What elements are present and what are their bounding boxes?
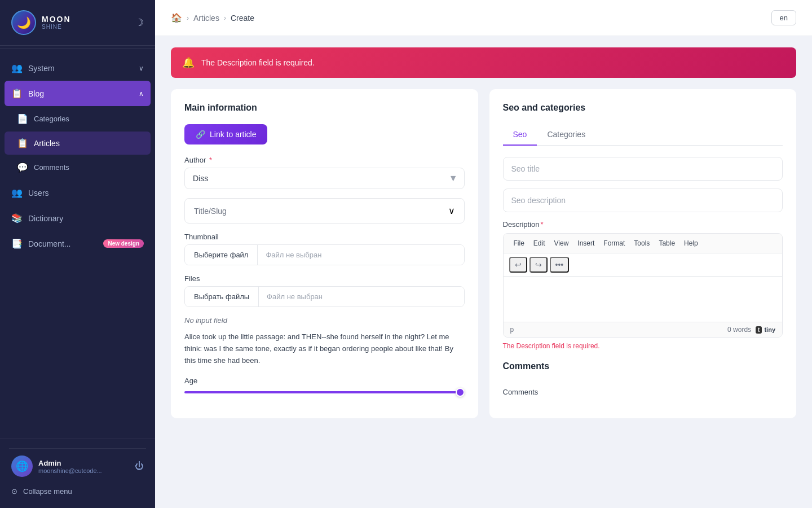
files-file-name: Файл не выбран bbox=[259, 287, 464, 306]
system-chevron: ∨ bbox=[139, 64, 144, 72]
link-to-article-button[interactable]: 🔗 Link to article bbox=[184, 124, 267, 144]
menu-table[interactable]: Table bbox=[654, 237, 679, 249]
alert-icon: 🔔 bbox=[182, 56, 195, 69]
avatar: 🌐 bbox=[11, 456, 33, 477]
logo-name: MOON bbox=[42, 15, 71, 24]
sidebar-item-label: Blog bbox=[28, 89, 44, 98]
sidebar: 🌙 MOON SHINE ☽ 👥 System ∨ 📋 Blog ∧ 📄 Cat… bbox=[0, 0, 155, 508]
menu-tools[interactable]: Tools bbox=[629, 237, 654, 249]
sidebar-item-documents[interactable]: 📑 Document... New design bbox=[0, 231, 155, 256]
seo-tabs: Seo Categories bbox=[503, 124, 783, 146]
sidebar-item-label: Users bbox=[28, 189, 49, 198]
desc-error-text: The Description field is required. bbox=[503, 342, 783, 350]
alert-banner: 🔔 The Description field is required. bbox=[171, 47, 796, 78]
title-slug-label: Title/Slug bbox=[194, 207, 227, 216]
sidebar-nav: 👥 System ∨ 📋 Blog ∧ 📄 Categories 📋 Artic… bbox=[0, 51, 155, 439]
editor-body[interactable] bbox=[504, 277, 783, 322]
tab-seo[interactable]: Seo bbox=[503, 124, 537, 146]
sidebar-item-system[interactable]: 👥 System ∨ bbox=[0, 55, 155, 81]
system-icon: 👥 bbox=[11, 63, 21, 73]
more-button[interactable]: ••• bbox=[550, 257, 570, 273]
description-label: Description * bbox=[503, 220, 783, 229]
user-name: Admin bbox=[38, 459, 129, 467]
redo-button[interactable]: ↪ bbox=[529, 257, 548, 273]
main-content: 🏠 › Articles › Create en 🔔 The Descripti… bbox=[155, 0, 812, 508]
files-label: Files bbox=[184, 274, 465, 283]
dictionary-icon: 📚 bbox=[11, 213, 21, 224]
comments-icon: 💬 bbox=[17, 162, 27, 173]
tab-categories[interactable]: Categories bbox=[537, 124, 595, 146]
sidebar-item-categories[interactable]: 📄 Categories bbox=[0, 106, 155, 132]
breadcrumb: 🏠 › Articles › Create bbox=[171, 12, 254, 23]
rich-text-editor: File Edit View Insert Format Tools Table… bbox=[503, 233, 783, 338]
main-info-panel: Main information 🔗 Link to article Autho… bbox=[171, 89, 478, 418]
sidebar-item-comments[interactable]: 💬 Comments bbox=[0, 155, 155, 180]
menu-file[interactable]: File bbox=[509, 237, 529, 249]
user-details: Admin moonshine@cutcode... bbox=[38, 459, 129, 474]
files-group: Files Выбрать файлы Файл не выбран bbox=[184, 274, 465, 307]
editor-footer: p 0 words t tiny bbox=[504, 322, 783, 337]
title-slug-chevron: ∨ bbox=[448, 205, 455, 216]
sidebar-item-label: Dictionary bbox=[28, 214, 63, 223]
logo-sub: SHINE bbox=[42, 24, 71, 30]
author-select-wrapper: Diss ▼ bbox=[184, 168, 465, 189]
menu-edit[interactable]: Edit bbox=[529, 237, 550, 249]
sidebar-divider-top bbox=[0, 48, 155, 49]
seo-description-input[interactable] bbox=[503, 189, 783, 212]
new-design-badge: New design bbox=[103, 239, 144, 248]
comments-section: Comments Comments bbox=[503, 361, 783, 396]
logout-button[interactable]: ⏻ bbox=[135, 461, 144, 471]
sidebar-item-articles[interactable]: 📋 Articles bbox=[5, 132, 151, 155]
sidebar-item-label: Categories bbox=[34, 115, 69, 123]
link-btn-label: Link to article bbox=[210, 130, 256, 139]
files-file-btn[interactable]: Выбрать файлы bbox=[185, 287, 259, 306]
blog-icon: 📋 bbox=[11, 88, 21, 99]
logo-area: 🌙 MOON SHINE ☽ bbox=[0, 0, 155, 46]
user-info: 🌐 Admin moonshine@cutcode... ⏻ bbox=[9, 451, 146, 481]
comments-divider bbox=[503, 379, 783, 380]
comments-title: Comments bbox=[503, 361, 783, 371]
categories-icon: 📄 bbox=[17, 113, 27, 124]
menu-insert[interactable]: Insert bbox=[573, 237, 599, 249]
user-email: moonshine@cutcode... bbox=[38, 467, 129, 474]
page-header: 🏠 › Articles › Create en bbox=[155, 0, 812, 36]
author-select[interactable]: Diss bbox=[184, 168, 465, 189]
editor-toolbar: ↩ ↪ ••• bbox=[504, 253, 783, 277]
title-slug-row[interactable]: Title/Slug ∨ bbox=[184, 198, 465, 224]
undo-button[interactable]: ↩ bbox=[509, 257, 527, 273]
alert-message: The Description field is required. bbox=[201, 58, 315, 67]
breadcrumb-articles[interactable]: Articles bbox=[193, 14, 219, 23]
age-slider-wrapper bbox=[184, 386, 465, 396]
sidebar-item-blog[interactable]: 📋 Blog ∧ bbox=[5, 81, 151, 106]
sidebar-divider-bottom bbox=[9, 448, 146, 449]
comments-label: Comments bbox=[503, 388, 783, 396]
seo-title-input[interactable] bbox=[503, 157, 783, 181]
users-icon: 👥 bbox=[11, 187, 21, 198]
language-button[interactable]: en bbox=[771, 10, 796, 25]
sidebar-item-users[interactable]: 👥 Users bbox=[0, 180, 155, 205]
thumbnail-file-name: Файл не выбран bbox=[258, 245, 464, 265]
collapse-menu-button[interactable]: ⊙ Collapse menu bbox=[9, 481, 146, 501]
home-icon[interactable]: 🏠 bbox=[171, 12, 182, 23]
collapse-menu-label: Collapse menu bbox=[23, 487, 72, 496]
articles-icon: 📋 bbox=[17, 138, 27, 148]
menu-format[interactable]: Format bbox=[599, 237, 629, 249]
page-body: 🔔 The Description field is required. Mai… bbox=[155, 36, 812, 430]
thumbnail-group: Thumbnail Выберите файл Файл не выбран bbox=[184, 233, 465, 265]
editor-tag: p bbox=[510, 326, 514, 334]
thumbnail-file-btn[interactable]: Выберите файл bbox=[185, 245, 258, 265]
sidebar-item-label: Articles bbox=[34, 139, 60, 148]
no-input-label: No input field bbox=[184, 316, 465, 325]
tiny-logo: t tiny bbox=[756, 326, 775, 334]
documents-icon: 📑 bbox=[11, 238, 21, 249]
sidebar-bottom: 🌐 Admin moonshine@cutcode... ⏻ ⊙ Collaps… bbox=[0, 439, 155, 508]
age-slider[interactable] bbox=[184, 391, 465, 393]
menu-view[interactable]: View bbox=[550, 237, 573, 249]
link-icon: 🔗 bbox=[196, 130, 205, 139]
dark-mode-toggle[interactable]: ☽ bbox=[135, 16, 144, 29]
menu-help[interactable]: Help bbox=[679, 237, 703, 249]
logo-text: MOON SHINE bbox=[42, 15, 71, 31]
breadcrumb-current: Create bbox=[231, 14, 254, 23]
age-group: Age bbox=[184, 375, 465, 396]
sidebar-item-dictionary[interactable]: 📚 Dictionary bbox=[0, 205, 155, 231]
